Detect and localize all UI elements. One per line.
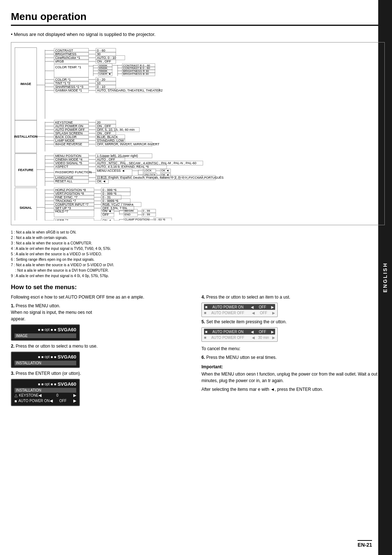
sm-icon-3: ■ xyxy=(205,329,211,334)
svg-text:HORIZ.POSITION *8: HORIZ.POSITION *8 xyxy=(55,188,86,192)
icon-4: ■ xyxy=(54,328,56,332)
svg-rect-189 xyxy=(15,188,37,220)
sm-icon-4: ■ xyxy=(204,335,210,340)
intro-bullet-text: Menus are not displayed when no signal i… xyxy=(14,32,155,37)
sm-30min-value: 30 min xyxy=(256,336,271,340)
menu-diagram: IMAGE CONTRAST 0 - 60 BRIGHTNESS 30 Cine… xyxy=(11,42,385,225)
icon-9: ■ xyxy=(38,382,40,386)
svg-text:AUTO POWER ON: AUTO POWER ON xyxy=(55,124,83,128)
svg-text:BRIGHTNESS B      30: BRIGHTNESS B 30 xyxy=(123,72,149,76)
menu-tree-svg: IMAGE CONTRAST 0 - 60 BRIGHTNESS 30 Cine… xyxy=(14,46,363,220)
svg-text:20: 20 xyxy=(97,121,101,124)
svg-text:CLAMP POSITION: CLAMP POSITION xyxy=(124,218,149,220)
intro-text: Following escri e how to set AUTO POWER … xyxy=(11,294,194,300)
svg-text:0 - 99: 0 - 99 xyxy=(143,213,150,216)
icon-6: ■ xyxy=(41,355,44,359)
display-installation: ■ ■ opt ■ ■ SVGA60 INSTALLATION xyxy=(11,352,80,368)
svg-text:INSTALLATION: INSTALLATION xyxy=(14,135,37,138)
svg-text:0 - 60: 0 - 60 xyxy=(97,49,105,52)
sm-auto-power-off-label-2: AUTO POWER OFF xyxy=(211,336,250,340)
svg-text:AUTO, 0 - 10: AUTO, 0 - 10 xyxy=(97,56,116,60)
sm-auto-power-on-label-2: AUTO POWER ON xyxy=(212,330,249,334)
svg-text:1 (Upper left), 2(Lower right): 1 (Upper left), 2(Lower right) xyxy=(97,154,138,158)
svg-text:PASSWORD FUNCTION: PASSWORD FUNCTION xyxy=(55,170,92,174)
arrow-right-2[interactable]: ▶ xyxy=(73,398,76,403)
auto-power-on-icon: ■ xyxy=(15,399,17,403)
svg-text:0 - 99: 0 - 99 xyxy=(143,209,150,212)
sm-off-value-1: OFF xyxy=(255,305,270,309)
important-text-2: After selecting the items mar e with ◄, … xyxy=(201,386,385,393)
auto-power-on-row: ■ AUTO POWER ON ◀ OFF ▶ xyxy=(15,398,76,404)
svg-text:日本語, English, Español, Deutsch: 日本語, English, Español, Deutsch, Français… xyxy=(97,175,224,179)
svg-text:10: 10 xyxy=(97,81,101,85)
page-container: ENGLISH Menu operation • Menus are not d… xyxy=(0,0,392,555)
svg-text:VERT.POSITION *8: VERT.POSITION *8 xyxy=(55,192,84,195)
svg-text:USER  °7: USER °7 xyxy=(55,219,68,220)
sm-icon-2: ■ xyxy=(204,311,210,315)
display-step4-top: ■ AUTO POWER ON ◀ OFF ▶ ■ AUTO POWER OFF… xyxy=(201,303,278,317)
svg-text:LAMP MODE: LAMP MODE xyxy=(55,139,75,142)
svg-text:CINEMA MODE *4: CINEMA MODE *4 xyxy=(55,158,82,161)
svg-text:AUTO , OFF: AUTO , OFF xyxy=(97,158,115,161)
sm-arrow-r-4[interactable]: ▶ xyxy=(272,336,275,340)
sm-auto-power-off-row-2: ■ AUTO POWER OFF ◀ 30 min ▶ xyxy=(204,335,275,340)
icon-7: ■ xyxy=(51,355,53,359)
step-3: 3. Press the ENTER utton (or utton). xyxy=(11,370,194,377)
svg-text:SIGNAL: SIGNAL xyxy=(20,206,32,210)
icon-10: ■ xyxy=(41,382,44,386)
page-number: EN-21 xyxy=(358,540,372,548)
sm-arrow-l-3[interactable]: ◀ xyxy=(251,330,254,334)
svg-text:FEATURE: FEATURE xyxy=(18,168,33,172)
display-icons-2: ■ ■ opt ■ ■ xyxy=(38,355,56,359)
icon-opt: opt xyxy=(45,328,50,332)
svg-text:0 - 20: 0 - 20 xyxy=(97,78,105,81)
sm-arrow-l-4[interactable]: ◀ xyxy=(252,336,255,340)
icon-3: ■ xyxy=(51,328,53,332)
sm-auto-power-on-label: AUTO POWER ON xyxy=(212,305,249,309)
svg-text:OFF: OFF xyxy=(102,213,109,216)
image-menu-label: IMAGE xyxy=(15,333,76,338)
keystone-row: △ KEYSTONE ◀ 0 ▶ xyxy=(15,393,76,398)
svg-text:ON , OFF: ON , OFF xyxy=(97,124,111,128)
keystone-value: 0 xyxy=(41,393,73,397)
sm-arrow-l-2[interactable]: ◀ xyxy=(252,311,255,315)
display-icons-1: ■ ■ opt ■ ■ xyxy=(38,328,56,332)
svg-text:0 - 31: 0 - 31 xyxy=(102,195,111,199)
svg-text:ASPECT: ASPECT xyxy=(55,165,69,169)
sm-arrow-r-3[interactable]: ▶ xyxy=(271,330,274,334)
sm-arrow-r-2[interactable]: ▶ xyxy=(272,311,275,315)
keystone-icon: △ xyxy=(15,393,17,398)
svg-text:TRACKING  *7: TRACKING *7 xyxy=(55,199,76,203)
side-bar-label: ENGLISH xyxy=(382,262,388,292)
icon-opt3: opt xyxy=(45,382,50,386)
svg-text:ON , OFF: ON , OFF xyxy=(97,131,111,135)
icon-5: ■ xyxy=(38,355,40,359)
arrow-left-2[interactable]: ◀ xyxy=(50,398,53,403)
arrow-left-1[interactable]: ◀ xyxy=(38,393,41,398)
svg-text:AUTO, 4:3,16:9, EXPAND, REAL  : AUTO, 4:3,16:9, EXPAND, REAL *6 xyxy=(97,165,149,169)
step-2: 2. Press the or utton to select a menu t… xyxy=(11,343,194,349)
svg-text:IMAGE REVERSE: IMAGE REVERSE xyxy=(55,142,82,146)
svg-text:BACK COLOR: BACK COLOR xyxy=(55,135,77,139)
svg-text:OFF, 5, 10, 15, 30, 60 min: OFF, 5, 10, 15, 30, 60 min xyxy=(97,128,135,131)
svg-text:0 - 999      *6: 0 - 999 *6 xyxy=(102,192,117,195)
svg-text:GAMMA MODE *1: GAMMA MODE *1 xyxy=(55,89,82,92)
col-left: Following escri e how to set AUTO POWER … xyxy=(11,294,194,408)
arrow-right-1[interactable]: ▶ xyxy=(73,393,76,398)
svg-text:CONTRAST: CONTRAST xyxy=(55,49,73,52)
auto-power-on-label: AUTO POWER ON xyxy=(19,399,50,403)
cancel-label: To cancel the menu: xyxy=(201,345,385,352)
svg-text:0 - 9999      *6: 0 - 9999 *6 xyxy=(102,199,118,203)
display-top-2: ■ ■ opt ■ ■ SVGA60 xyxy=(15,354,76,360)
display-step5: ■ AUTO POWER ON ◀ OFF ▶ ■ AUTO POWER OFF… xyxy=(201,327,278,342)
svg-text:RGB, YC₂Cⁱ / Yᴘᴍᴘᴙ: RGB, YC₂Cⁱ / Yᴘᴍᴘᴙ xyxy=(102,203,133,206)
sm-arrow-r-1[interactable]: ▶ xyxy=(271,305,274,309)
step-4: 4. Press the or utton to select an item … xyxy=(201,294,385,300)
svg-text:sRGB: sRGB xyxy=(55,60,64,63)
svg-text:BRIGHTNESS: BRIGHTNESS xyxy=(55,52,77,56)
step-1: 1. Press the MENU utton. When no signal … xyxy=(11,303,194,322)
sm-arrow-l-1[interactable]: ◀ xyxy=(251,305,254,309)
svg-text:FINE SYNC.  *7: FINE SYNC. *7 xyxy=(55,195,78,199)
svg-text:ON ◄: ON ◄ xyxy=(102,219,111,220)
svga-label-2: SVGA60 xyxy=(58,354,76,360)
